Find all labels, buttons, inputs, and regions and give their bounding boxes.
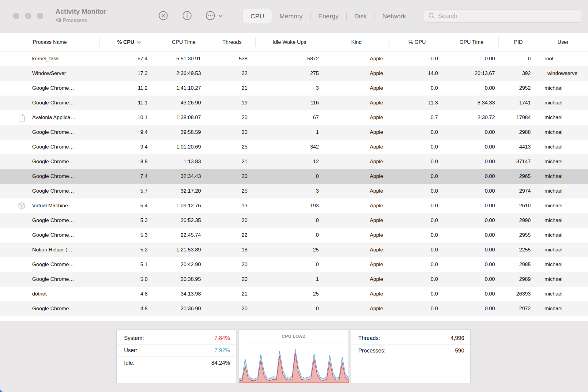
- search-icon: [428, 12, 435, 20]
- window-zoom-button[interactable]: [37, 13, 43, 19]
- process-row[interactable]: Avalonia Applica…10.11:38:08.072067Apple…: [0, 110, 588, 125]
- cell-cpu_time: 1:41:10.27: [159, 81, 208, 96]
- cell-gpu: 0.0: [390, 287, 444, 301]
- cell-gpu: 0.0: [390, 184, 444, 198]
- cell-pid: 17984: [499, 110, 538, 125]
- cell-kind: Apple: [323, 154, 390, 169]
- column-header-name[interactable]: Process Name: [0, 33, 100, 51]
- search-input[interactable]: [438, 13, 577, 20]
- process-row[interactable]: Google Chrome…5.732:17.20253Apple0.00.00…: [0, 184, 588, 198]
- cell-process-name: Google Chrome…: [0, 154, 100, 169]
- cell-gpu: 14.0: [390, 66, 444, 81]
- column-header-label: Kind: [351, 39, 362, 45]
- cell-cpu: 17.3: [100, 66, 159, 81]
- column-header-user[interactable]: User: [538, 33, 588, 51]
- tab-disk[interactable]: Disk: [347, 9, 375, 23]
- more-options-button[interactable]: [205, 10, 227, 22]
- process-name-text: Virtual Machine…: [32, 203, 73, 209]
- toolbar: Activity Monitor All Processes CPUMemory…: [0, 0, 588, 33]
- tab-energy[interactable]: Energy: [311, 9, 346, 23]
- search-field[interactable]: [424, 9, 581, 23]
- system-stat-row: Processes:590: [351, 345, 470, 357]
- process-row[interactable]: Google Chrome…5.320:52.35200Apple0.00.00…: [0, 213, 588, 228]
- cell-user: michael: [538, 213, 588, 228]
- tab-memory[interactable]: Memory: [272, 9, 310, 23]
- chevron-down-icon: [218, 14, 223, 18]
- cell-kind: Apple: [323, 125, 390, 140]
- cpu-stat-value: 7.92%: [214, 347, 230, 354]
- quit-process-button[interactable]: [157, 10, 169, 22]
- cell-cpu_time: 1:01:20.69: [159, 140, 208, 154]
- column-header-pid[interactable]: PID: [499, 33, 538, 51]
- tab-cpu[interactable]: CPU: [243, 9, 272, 23]
- process-row[interactable]: Google Chrome…5.120:42.90200Apple0.00.00…: [0, 257, 588, 272]
- cpu-stat-row: System:7.84%: [117, 332, 236, 345]
- cpu-stat-value: 84.24%: [211, 360, 230, 366]
- process-row[interactable]: Google Chrome…9.41:01:20.6925342Apple0.0…: [0, 140, 588, 154]
- process-row[interactable]: Google Chrome…9.439:58.59201Apple0.00.00…: [0, 125, 588, 140]
- cpu-load-title: CPU LOAD: [239, 334, 349, 339]
- process-name-text: Google Chrome…: [32, 144, 74, 150]
- process-row[interactable]: Google Chrome…11.21:41:10.27213Apple0.00…: [0, 81, 588, 96]
- quit-process-icon: [157, 18, 169, 22]
- cell-cpu: 5.4: [100, 198, 159, 213]
- process-row[interactable]: dotnet4.834:13.982125Apple0.00.0026393mi…: [0, 287, 588, 301]
- column-header-kind[interactable]: Kind: [323, 33, 390, 51]
- cell-process-name: Google Chrome…: [0, 272, 100, 287]
- process-row[interactable]: Google Chrome…7.432:34.43200Apple0.00.00…: [0, 169, 588, 184]
- cell-user: michael: [538, 243, 588, 257]
- column-header-gpu_time[interactable]: GPU Time: [444, 33, 499, 51]
- process-row[interactable]: Virtual Machine…5.41:09:12.7613193Apple0…: [0, 198, 588, 213]
- cell-pid: 2952: [499, 81, 538, 96]
- column-header-idle[interactable]: Idle Wake Ups: [256, 33, 323, 51]
- cell-kind: Apple: [323, 287, 390, 301]
- column-header-cpu[interactable]: % CPU: [100, 33, 159, 51]
- process-row[interactable]: Google Chrome…4.820:36.90200Apple0.00.00…: [0, 301, 588, 316]
- cell-pid: 392: [499, 66, 538, 81]
- cell-process-name: Google Chrome…: [0, 257, 100, 272]
- process-name-text: dotnet: [32, 291, 47, 297]
- cell-cpu: 8.8: [100, 154, 159, 169]
- process-name-text: Avalonia Applica…: [32, 115, 75, 121]
- title-block: Activity Monitor All Processes: [55, 8, 106, 24]
- cell-process-name: Google Chrome…: [0, 213, 100, 228]
- cell-user: _windowserve: [538, 66, 588, 81]
- process-row[interactable]: Notion Helper (…5.21:21:53.891825Apple0.…: [0, 243, 588, 257]
- process-row[interactable]: kernel_task67.46:51:30.915385872Apple0.0…: [0, 51, 588, 66]
- cpu-stat-label: System:: [124, 335, 144, 341]
- cell-kind: Apple: [323, 184, 390, 198]
- process-row[interactable]: Google Chrome…5.020:38.95201Apple0.00.00…: [0, 272, 588, 287]
- window-minimize-button[interactable]: [25, 13, 31, 19]
- column-header-label: Threads: [222, 39, 241, 45]
- tab-network[interactable]: Network: [375, 9, 414, 23]
- cell-threads: 18: [208, 243, 256, 257]
- cell-user: michael: [538, 154, 588, 169]
- column-header-cpu_time[interactable]: CPU Time: [159, 33, 208, 51]
- cell-cpu: 10.1: [100, 110, 159, 125]
- cell-process-name: dotnet: [0, 287, 100, 301]
- cell-gpu_time: 0.00: [444, 301, 499, 316]
- cell-idle: 1: [256, 125, 323, 140]
- process-name-text: WindowServer: [32, 70, 66, 77]
- inspect-process-button[interactable]: [181, 10, 193, 22]
- cell-gpu_time: 0.00: [444, 169, 499, 184]
- process-row[interactable]: Google Chrome…5.322:45.74220Apple0.00.00…: [0, 228, 588, 243]
- process-name-text: Google Chrome…: [32, 100, 74, 106]
- cell-cpu_time: 43:26.90: [159, 96, 208, 110]
- process-row[interactable]: Google Chrome…8.81:13.832112Apple0.00.00…: [0, 154, 588, 169]
- cell-gpu: 0.0: [390, 169, 444, 184]
- column-header-threads[interactable]: Threads: [208, 33, 256, 51]
- process-row[interactable]: Google Chrome…11.143:26.9019116Apple11.3…: [0, 96, 588, 110]
- cell-idle: 0: [256, 213, 323, 228]
- column-header-gpu[interactable]: % GPU: [390, 33, 444, 51]
- process-row[interactable]: WindowServer17.32:36:49.5322275Apple14.0…: [0, 66, 588, 81]
- table-header-row: Process Name% CPUCPU TimeThreadsIdle Wak…: [0, 33, 588, 51]
- column-header-label: CPU Time: [172, 39, 195, 45]
- window-close-button[interactable]: [13, 13, 19, 19]
- cell-idle: 5872: [256, 51, 323, 66]
- footer-panel: System:7.84%User:7.92%Idle:84.24% CPU LO…: [0, 321, 588, 392]
- cell-cpu: 67.4: [100, 51, 159, 66]
- cell-pid: 2988: [499, 125, 538, 140]
- vm-icon: [17, 202, 26, 210]
- cell-gpu: 0.0: [390, 81, 444, 96]
